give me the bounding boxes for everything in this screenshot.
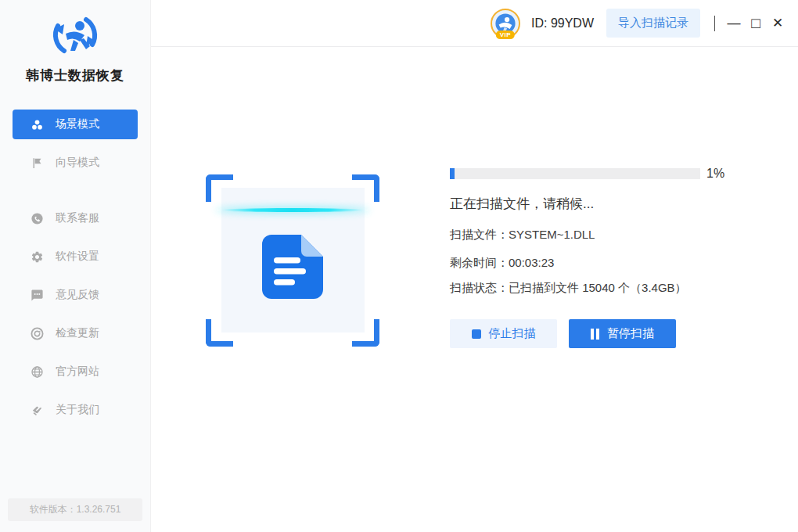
sidebar-nav: 场景模式 向导模式 联系客服 软件设置 意见反馈 [0, 110, 150, 433]
pause-scan-label: 暂停扫描 [607, 326, 654, 341]
wizard-mode-icon [31, 156, 44, 170]
sidebar-item-label: 意见反馈 [56, 288, 99, 302]
window-controls-separator [714, 16, 715, 31]
phone-icon [31, 212, 44, 225]
nav-spacer [0, 186, 150, 203]
sidebar-item-about-us[interactable]: 关于我们 [13, 395, 138, 425]
progress-row: 1% [450, 167, 724, 181]
scan-state-line: 扫描状态：已扫描到文件 15040 个（3.4GB） [450, 281, 687, 296]
scan-content: 1% 正在扫描文件，请稍候... 扫描文件：SYSTEM~1.DLL 剩余时间：… [151, 47, 798, 532]
sidebar-item-wizard-mode[interactable]: 向导模式 [13, 148, 138, 178]
sidebar-item-label: 官方网站 [56, 365, 99, 379]
stop-icon [472, 329, 481, 339]
scene-mode-icon [31, 118, 44, 131]
sidebar-item-label: 关于我们 [56, 403, 99, 417]
scan-buttons: 停止扫描 暂停扫描 [450, 319, 676, 348]
remaining-time-line: 剩余时间：00:03:23 [450, 256, 554, 271]
scan-status-title: 正在扫描文件，请稍候... [450, 195, 594, 213]
document-icon [262, 235, 323, 302]
sidebar-item-settings[interactable]: 软件设置 [13, 242, 138, 271]
sidebar-item-scene-mode[interactable]: 场景模式 [13, 110, 138, 139]
topbar: VIP ID: 99YDW 导入扫描记录 — □ ✕ [151, 0, 798, 47]
app-title: 韩博士数据恢复 [26, 66, 124, 84]
pause-scan-button[interactable]: 暂停扫描 [569, 319, 676, 348]
remaining-time-value: 00:03:23 [509, 256, 554, 269]
scan-status-panel: 1% 正在扫描文件，请稍候... 扫描文件：SYSTEM~1.DLL 剩余时间：… [450, 167, 739, 401]
app-logo-icon [46, 9, 104, 61]
sidebar: 韩博士数据恢复 场景模式 向导模式 联系客服 软件设置 [0, 0, 151, 532]
minimize-button[interactable]: — [723, 12, 745, 35]
handshake-icon [31, 404, 44, 417]
update-icon [31, 327, 44, 340]
scanning-file-value: SYSTEM~1.DLL [509, 228, 595, 241]
main-area: VIP ID: 99YDW 导入扫描记录 — □ ✕ [151, 0, 798, 532]
sidebar-item-contact-support[interactable]: 联系客服 [13, 203, 138, 233]
scan-state-label: 扫描状态： [450, 281, 509, 294]
user-id-label: ID: 99YDW [531, 16, 594, 31]
import-scan-records-button[interactable]: 导入扫描记录 [606, 9, 700, 38]
sidebar-item-check-update[interactable]: 检查更新 [13, 318, 138, 348]
close-button[interactable]: ✕ [767, 12, 789, 35]
scan-beam [217, 208, 368, 212]
globe-icon [31, 365, 44, 379]
progress-bar [450, 168, 700, 179]
pause-icon [591, 329, 599, 340]
sidebar-item-feedback[interactable]: 意见反馈 [13, 280, 138, 310]
sidebar-item-label: 检查更新 [56, 326, 99, 340]
scan-animation [206, 174, 379, 347]
sidebar-item-label: 联系客服 [56, 211, 99, 225]
stop-scan-label: 停止扫描 [489, 326, 536, 341]
gear-icon [31, 250, 44, 264]
sidebar-item-label: 软件设置 [56, 250, 99, 264]
remaining-time-label: 剩余时间： [450, 256, 509, 269]
scan-state-value: 已扫描到文件 15040 个（3.4GB） [509, 281, 687, 294]
progress-percent: 1% [706, 167, 724, 181]
version-label: 软件版本：1.3.26.751 [8, 498, 142, 521]
sidebar-item-label: 向导模式 [56, 156, 99, 170]
feedback-chat-icon [31, 289, 44, 302]
scanning-file-line: 扫描文件：SYSTEM~1.DLL [450, 228, 595, 243]
scanning-file-label: 扫描文件： [450, 228, 509, 241]
vip-badge: VIP [496, 31, 515, 39]
sidebar-item-official-site[interactable]: 官方网站 [13, 357, 138, 386]
sidebar-item-label: 场景模式 [56, 117, 99, 131]
maximize-button[interactable]: □ [745, 12, 767, 35]
user-avatar[interactable]: VIP [491, 9, 520, 38]
progress-fill [450, 168, 455, 179]
stop-scan-button[interactable]: 停止扫描 [450, 319, 557, 348]
